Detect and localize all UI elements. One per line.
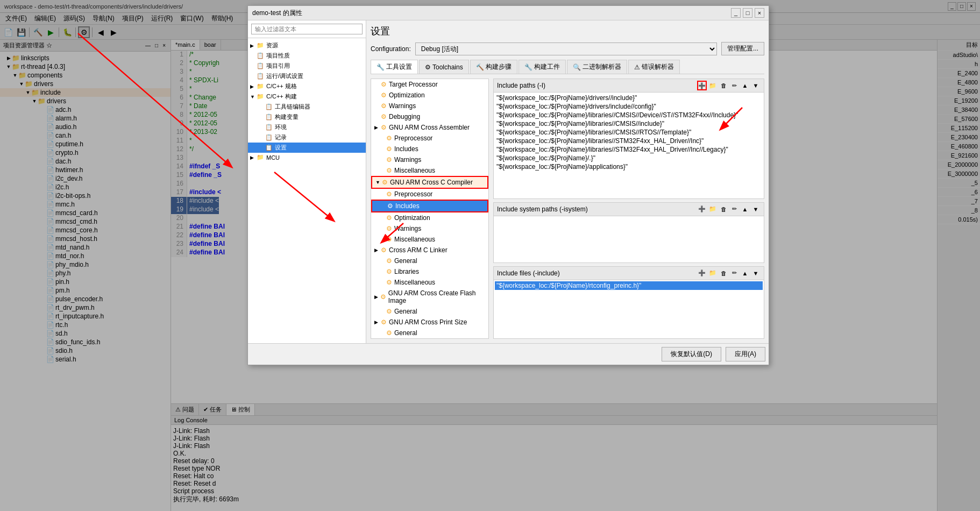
nav-item-cpp-build[interactable]: ▼ 📁 C/C++ 构建 xyxy=(248,91,366,102)
nav-item-mcu[interactable]: ▶ 📁 MCU xyxy=(248,153,366,162)
nav-arrow-resources: ▶ xyxy=(250,43,257,48)
st-c-warnings[interactable]: ⚙ Warnings xyxy=(371,223,488,234)
config-row: Configuration: Debug [活动] Release 管理配置..… xyxy=(371,42,764,55)
st-asm-misc[interactable]: ⚙ Miscellaneous xyxy=(371,165,488,176)
st-c-preprocessor[interactable]: ⚙ Preprocessor xyxy=(371,189,488,200)
include-paths-section: Include paths (-I) ➕ 📁 🗑 ✏ ▲ ▼ xyxy=(493,79,764,199)
st-print-size[interactable]: ▶ ⚙ GNU ARM Cross Print Size xyxy=(371,317,488,328)
files-add-ws-btn[interactable]: 📁 xyxy=(708,268,718,278)
st-debugging[interactable]: ⚙ Debugging xyxy=(371,111,488,122)
sys-add-ws-btn[interactable]: 📁 xyxy=(708,204,718,214)
include-paths-toolbar: ➕ 📁 🗑 ✏ ▲ ▼ xyxy=(697,81,761,90)
nav-item-cpp-norm[interactable]: ▶ 📁 C/C++ 规格 xyxy=(248,81,366,91)
st-flash-image[interactable]: ▶ ⚙ GNU ARM Cross Create Flash Image xyxy=(371,288,488,306)
st-flash-general[interactable]: ⚙ General xyxy=(371,306,488,317)
nav-item-log[interactable]: 📋 记录 xyxy=(248,132,366,143)
include-entry-3[interactable]: "${workspace_loc:/${ProjName}/libraries/… xyxy=(495,111,763,119)
build-steps-tab-icon: 🔨 xyxy=(476,63,484,71)
toolchains-tab-icon: ⚙ xyxy=(425,63,431,71)
dialog-tab-error-parser[interactable]: ⚠ 错误解析器 xyxy=(628,60,680,74)
nav-item-projprop[interactable]: 📋 项目性质 xyxy=(248,51,366,61)
st-asm-preprocessor[interactable]: ⚙ Preprocessor xyxy=(371,133,488,144)
include-system-paths-list xyxy=(494,216,764,262)
include-edit-btn[interactable]: ✏ xyxy=(729,81,739,90)
files-down-btn[interactable]: ▼ xyxy=(751,268,761,278)
sys-up-btn[interactable]: ▲ xyxy=(740,204,750,214)
nav-item-projref[interactable]: 📋 项目引用 xyxy=(248,61,366,71)
dialog-tab-build-steps[interactable]: 🔨 构建步骤 xyxy=(470,60,517,74)
build-artifact-tab-icon: 🔧 xyxy=(524,63,532,71)
include-add-btn[interactable]: ➕ xyxy=(697,81,707,90)
dialog-body: ▶ 📁 资源 📋 项目性质 📋 xyxy=(248,40,769,343)
nav-item-resources[interactable]: ▶ 📁 资源 xyxy=(248,40,366,51)
dialog-tabs: 🔧 工具设置 ⚙ Toolchains 🔨 构建步骤 xyxy=(371,60,764,74)
dialog-content: 设置 Configuration: Debug [活动] Release 管理配… xyxy=(366,40,769,343)
settings-tree: ⚙ Target Processor ⚙ Optimization xyxy=(371,79,489,339)
include-entry-1[interactable]: "${workspace_loc:/${ProjName}/drivers//i… xyxy=(495,94,763,102)
st-target-processor[interactable]: ⚙ Target Processor xyxy=(371,79,488,90)
manage-config-btn[interactable]: 管理配置... xyxy=(721,42,764,55)
st-c-optimization[interactable]: ⚙ Optimization xyxy=(371,212,488,223)
include-add-workspace-btn[interactable]: 📁 xyxy=(708,81,718,90)
config-select[interactable]: Debug [活动] Release xyxy=(415,42,717,55)
st-linker-general[interactable]: ⚙ General xyxy=(371,256,488,266)
nav-arrow-cpp-build: ▼ xyxy=(250,94,257,100)
tools-tab-icon: 🔧 xyxy=(377,63,385,71)
include-entry-6[interactable]: "${workspace_loc:/${ProjName}/libraries/… xyxy=(495,137,763,145)
include-paths-label: Include paths (-I) xyxy=(497,82,545,89)
binary-parser-tab-icon: 🔍 xyxy=(573,63,581,71)
config-label: Configuration: xyxy=(371,45,411,53)
include-entry-8[interactable]: "${workspace_loc:/${ProjName}/.}" xyxy=(495,154,763,162)
st-c-misc[interactable]: ⚙ Miscellaneous xyxy=(371,234,488,245)
include-delete-btn[interactable]: 🗑 xyxy=(719,81,728,90)
include-system-paths-header: Include system paths (-isystem) ➕ 📁 🗑 ✏ … xyxy=(494,203,764,216)
include-entry-5[interactable]: "${workspace_loc:/${ProjName}/libraries/… xyxy=(495,128,763,137)
nav-item-settings[interactable]: 📋 设置 xyxy=(248,143,366,153)
include-paths-header: Include paths (-I) ➕ 📁 🗑 ✏ ▲ ▼ xyxy=(494,79,764,93)
st-gnu-assembler[interactable]: ▶ ⚙ GNU ARM Cross Assembler xyxy=(371,122,488,133)
st-print-general[interactable]: ⚙ General xyxy=(371,328,488,338)
include-paths-list: "${workspace_loc:/${ProjName}/drivers//i… xyxy=(494,93,764,198)
include-entry-4[interactable]: "${workspace_loc:/${ProjName}/libraries/… xyxy=(495,119,763,128)
apply-btn[interactable]: 应用(A) xyxy=(726,347,765,361)
dialog-tab-toolchains[interactable]: ⚙ Toolchains xyxy=(419,60,469,74)
include-entry-9[interactable]: "${workspace_loc:/${ProjName}/applicatio… xyxy=(495,162,763,171)
st-cross-linker[interactable]: ▶ ⚙ Cross ARM C Linker xyxy=(371,245,488,256)
files-up-btn[interactable]: ▲ xyxy=(740,268,750,278)
dialog-tab-tools[interactable]: 🔧 工具设置 xyxy=(371,60,418,74)
include-files-label: Include files (-include) xyxy=(497,269,560,277)
st-linker-misc[interactable]: ⚙ Miscellaneous xyxy=(371,277,488,288)
include-files-header: Include files (-include) ➕ 📁 🗑 ✏ ▲ ▼ xyxy=(494,267,764,280)
dialog-nav: ▶ 📁 资源 📋 项目性质 📋 xyxy=(248,40,366,343)
include-files-section: Include files (-include) ➕ 📁 🗑 ✏ ▲ ▼ xyxy=(493,266,764,339)
svg-line-1 xyxy=(78,40,231,167)
st-linker-libs[interactable]: ⚙ Libraries xyxy=(371,266,488,277)
nav-item-env[interactable]: 📋 环境 xyxy=(248,122,366,132)
st-gnu-c-compiler[interactable]: ▼ ⚙ GNU ARM Cross C Compiler xyxy=(371,176,488,189)
st-asm-includes[interactable]: ⚙ Includes xyxy=(371,144,488,154)
include-entry-2[interactable]: "${workspace_loc:/${ProjName}/drivers/in… xyxy=(495,102,763,111)
restore-defaults-btn[interactable]: 恢复默认值(D) xyxy=(662,347,721,361)
st-c-includes[interactable]: ⚙ Includes xyxy=(371,200,488,212)
files-delete-btn[interactable]: 🗑 xyxy=(719,268,728,278)
st-asm-warnings[interactable]: ⚙ Warnings xyxy=(371,154,488,165)
include-system-paths-section: Include system paths (-isystem) ➕ 📁 🗑 ✏ … xyxy=(493,202,764,263)
st-warnings[interactable]: ⚙ Warnings xyxy=(371,101,488,111)
st-optimization[interactable]: ⚙ Optimization xyxy=(371,90,488,101)
include-file-entry-1[interactable]: "${workspace_loc:/${ProjName}/rtconfig_p… xyxy=(495,281,763,290)
sys-add-btn[interactable]: ➕ xyxy=(697,204,707,214)
include-entry-7[interactable]: "${workspace_loc:/${ProjName}/libraries/… xyxy=(495,145,763,154)
sys-down-btn[interactable]: ▼ xyxy=(751,204,761,214)
include-down-btn[interactable]: ▼ xyxy=(751,81,761,90)
nav-item-toolchain-editor[interactable]: 📋 工具链编辑器 xyxy=(248,102,366,112)
sys-edit-btn[interactable]: ✏ xyxy=(729,204,739,214)
files-add-btn[interactable]: ➕ xyxy=(697,268,707,278)
nav-item-rundebug[interactable]: 📋 运行/调试设置 xyxy=(248,71,366,81)
dialog-footer: 恢复默认值(D) 应用(A) xyxy=(248,343,769,365)
dialog-tab-binary-parser[interactable]: 🔍 二进制解析器 xyxy=(567,60,627,74)
files-edit-btn[interactable]: ✏ xyxy=(729,268,739,278)
nav-item-build-vars[interactable]: 📋 构建变量 xyxy=(248,112,366,122)
include-up-btn[interactable]: ▲ xyxy=(740,81,750,90)
dialog-tab-build-artifact[interactable]: 🔧 构建工件 xyxy=(519,60,566,74)
sys-delete-btn[interactable]: 🗑 xyxy=(719,204,728,214)
